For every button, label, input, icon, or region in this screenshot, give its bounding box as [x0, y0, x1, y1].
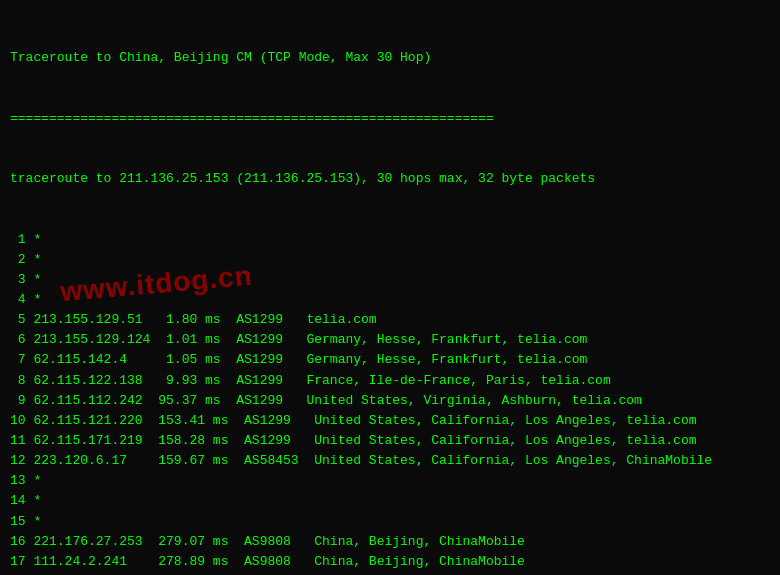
trace-row: 16 221.176.27.253 279.07 ms AS9808 China… [10, 532, 770, 552]
trace-row: 14 * [10, 491, 770, 511]
trace-row: 6 213.155.129.124 1.01 ms AS1299 Germany… [10, 330, 770, 350]
trace-row: 13 * [10, 471, 770, 491]
title-line: Traceroute to China, Beijing CM (TCP Mod… [10, 48, 770, 68]
trace-row: 8 62.115.122.138 9.93 ms AS1299 France, … [10, 371, 770, 391]
terminal-output: Traceroute to China, Beijing CM (TCP Mod… [10, 8, 770, 575]
trace-row: 2 * [10, 250, 770, 270]
trace-header: traceroute to 211.136.25.153 (211.136.25… [10, 169, 770, 189]
separator: ========================================… [10, 109, 770, 129]
trace-row: 17 111.24.2.241 278.89 ms AS9808 China, … [10, 552, 770, 572]
trace-row: 9 62.115.112.242 95.37 ms AS1299 United … [10, 391, 770, 411]
trace-row: 10 62.115.121.220 153.41 ms AS1299 Unite… [10, 411, 770, 431]
trace-row: 5 213.155.129.51 1.80 ms AS1299 telia.co… [10, 310, 770, 330]
trace-row: 11 62.115.171.219 158.28 ms AS1299 Unite… [10, 431, 770, 451]
trace-row: 3 * [10, 270, 770, 290]
trace-row: 7 62.115.142.4 1.05 ms AS1299 Germany, H… [10, 350, 770, 370]
trace-row: 4 * [10, 290, 770, 310]
trace-rows: 1 * 2 * 3 * 4 * 5 213.155.129.51 1.80 ms… [10, 230, 770, 575]
trace-row: 1 * [10, 230, 770, 250]
trace-row: 12 223.120.6.17 159.67 ms AS58453 United… [10, 451, 770, 471]
trace-row: 15 * [10, 512, 770, 532]
